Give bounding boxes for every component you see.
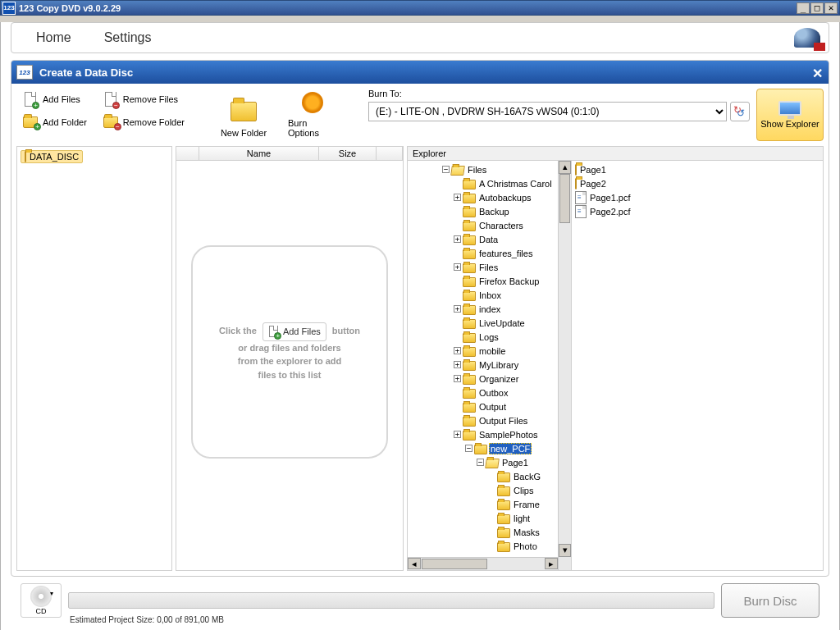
remove-files-button[interactable]: − Remove Files [97,89,191,110]
new-folder-button[interactable]: New Folder [211,89,276,141]
tree-expander[interactable]: + [454,263,461,271]
tree-node[interactable]: features_files [408,246,558,260]
tree-node[interactable]: Outbox [408,386,558,399]
file-item[interactable]: Page2 [573,176,821,190]
tree-expander[interactable]: + [454,235,461,243]
folder-icon [463,234,476,245]
burn-to-select[interactable]: (E:) - LITE-ON , DVDRW SH-16A7S vWS04 (0… [368,102,727,121]
scroll-left-button[interactable]: ◂ [408,558,421,569]
tree-node[interactable]: +SamplePhotos [408,427,558,441]
tree-node[interactable]: Firefox Backup [408,274,558,288]
column-name[interactable]: Name [199,147,319,160]
scroll-up-button[interactable]: ▴ [559,161,571,174]
tree-expander[interactable]: + [454,361,461,368]
burn-disc-button[interactable]: Burn Disc [721,583,819,618]
scroll-down-button[interactable]: ▾ [559,544,571,557]
refresh-icon [734,106,746,117]
scroll-right-button[interactable]: ▸ [545,558,558,569]
folder-icon [463,248,476,259]
folder-icon [463,359,476,371]
tree-node-label: Output [477,402,508,412]
minimize-button[interactable]: _ [797,2,810,14]
file-item[interactable]: Page1.pcf [573,190,821,204]
tree-v-scrollbar[interactable]: ▴ ▾ [558,161,571,570]
menu-settings[interactable]: Settings [88,27,168,48]
tree-expander[interactable]: − [477,459,484,466]
maximize-button[interactable]: □ [810,2,824,14]
disc-type-label: CD [36,607,47,615]
tree-expander[interactable]: − [442,166,450,173]
tree-node[interactable]: Logs [408,330,558,344]
scroll-thumb[interactable] [559,174,570,223]
tree-node[interactable]: LiveUpdate [408,316,558,330]
folder-icon [463,387,476,399]
window-title: 123 Copy DVD v9.0.2.29 [19,3,797,13]
add-folder-button[interactable]: + Add Folder [16,112,94,133]
window-titlebar: 123 123 Copy DVD v9.0.2.29 _ □ ✕ [0,0,840,16]
tree-node[interactable]: Characters [408,218,558,232]
folder-icon [474,443,487,454]
tree-node[interactable]: A Christmas Carol [408,176,558,190]
section-app-icon: 123 [16,65,33,80]
scroll-thumb-h[interactable] [422,559,487,569]
tree-node-label: Masks [512,527,541,537]
tree-node[interactable]: −new_PCF [408,441,558,455]
column-size[interactable]: Size [319,147,377,160]
tree-node[interactable]: Photo [408,539,558,553]
add-files-button[interactable]: + Add Files [16,89,94,110]
tree-node[interactable]: +Autobackups [408,190,558,204]
tree-expander[interactable]: + [454,431,461,438]
tree-node-label: SamplePhotos [477,430,540,440]
compilation-root-node[interactable]: DATA_DISC [21,150,83,163]
show-explorer-button[interactable]: Show Explorer [756,89,824,141]
tree-node[interactable]: Inbox [408,288,558,302]
tree-expander[interactable]: + [454,305,461,313]
tree-node[interactable]: +Data [408,232,558,246]
gear-icon [302,92,323,113]
drop-hint-add-files-chip[interactable]: + Add Files [262,322,326,341]
tree-node[interactable]: Output Files [408,413,558,427]
show-explorer-label: Show Explorer [760,119,819,129]
section-close-button[interactable]: ✕ [810,66,824,79]
tree-node[interactable]: Clips [408,483,558,497]
tree-node[interactable]: BackG [408,469,558,483]
drop-hint[interactable]: Click the + Add Files button or drag fil… [191,245,388,459]
folder-icon [575,165,577,175]
file-item[interactable]: Page1 [573,162,821,176]
tree-node-label: light [512,514,532,523]
tree-node[interactable]: +Organizer [408,372,558,386]
explorer-tree: −FilesA Christmas Carol+AutobackupsBacku… [408,161,572,570]
tree-node[interactable]: Backup [408,204,558,218]
add-folder-label: Add Folder [43,117,87,127]
tree-expander[interactable]: + [454,194,461,201]
tree-node[interactable]: +index [408,302,558,316]
folder-icon [463,178,476,189]
tree-node[interactable]: Output [408,399,558,413]
tree-node[interactable]: −Files [408,162,558,176]
tree-node[interactable]: +Files [408,260,558,274]
column-spacer[interactable] [176,147,199,160]
tree-expander[interactable]: + [454,347,461,354]
tree-node[interactable]: +mobile [408,344,558,358]
file-item[interactable]: Page2.pcf [573,204,821,218]
tree-node-label: Characters [477,221,525,231]
tree-node[interactable]: −Page1 [408,455,558,469]
close-button[interactable]: ✕ [824,2,838,14]
tree-expander[interactable]: + [454,375,461,382]
menu-home[interactable]: Home [20,27,88,48]
disc-type-button[interactable]: CD ▾ [21,583,62,618]
refresh-drives-button[interactable] [730,102,750,121]
folder-icon [463,290,476,301]
disc-icon [30,586,52,607]
burn-options-button[interactable]: Burn Options [280,89,345,141]
remove-files-label: Remove Files [123,94,178,104]
tree-node[interactable]: light [408,511,558,525]
folder-icon [463,401,476,413]
column-end[interactable] [377,147,403,160]
tree-node[interactable]: Masks [408,525,558,539]
tree-node[interactable]: +MyLibrary [408,358,558,372]
remove-folder-button[interactable]: − Remove Folder [97,112,191,133]
tree-expander[interactable]: − [465,445,472,452]
tree-h-scrollbar[interactable]: ◂ ▸ [408,557,558,570]
tree-node[interactable]: Frame [408,497,558,511]
